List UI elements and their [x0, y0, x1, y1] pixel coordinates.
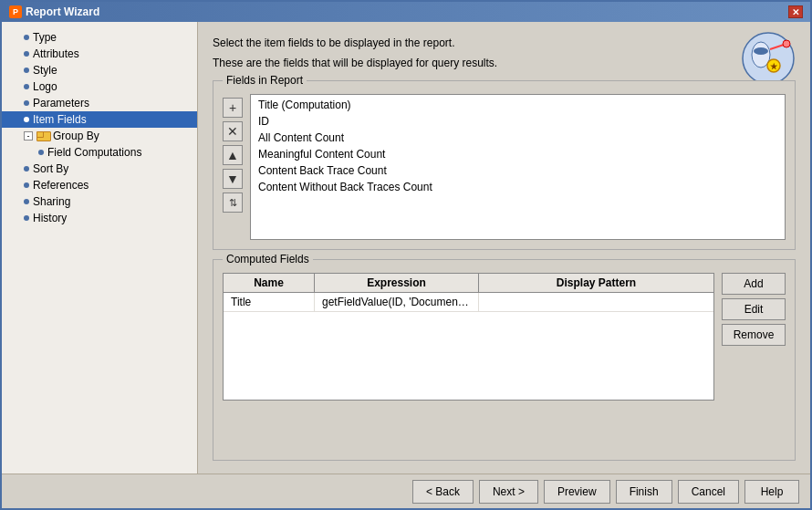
fields-list: Title (Computation) ID All Content Count… — [250, 94, 786, 240]
dot-icon — [24, 215, 29, 221]
fields-in-report-label: Fields in Report — [223, 74, 307, 87]
svg-point-4 — [783, 40, 790, 47]
bottom-bar: < Back Next > Preview Finish Cancel Help — [2, 474, 810, 508]
move-up-button[interactable]: ▲ — [223, 145, 243, 165]
dot-icon — [24, 84, 29, 89]
table-row[interactable]: Title getFieldValue(ID, 'Document ... — [224, 293, 713, 312]
field-item-id[interactable]: ID — [253, 113, 783, 130]
sidebar-label-logo: Logo — [33, 80, 57, 93]
sidebar-item-type[interactable]: Type — [2, 29, 197, 46]
fields-toolbar: + ✕ ▲ ▼ ⇅ — [223, 94, 243, 240]
sidebar-item-references[interactable]: References — [2, 177, 197, 193]
table-header: Name Expression Display Pattern — [224, 274, 713, 293]
sidebar-item-style[interactable]: Style — [2, 62, 197, 78]
dot-icon — [24, 166, 29, 172]
sidebar-label-references: References — [33, 179, 88, 192]
remove-computed-button[interactable]: Remove — [722, 324, 786, 346]
sidebar-item-group-by[interactable]: - Group By — [2, 128, 197, 144]
preview-button[interactable]: Preview — [544, 480, 610, 504]
sidebar-label-item-fields: Item Fields — [33, 113, 87, 126]
main-panel: ★ Select the item fields to be displayed… — [198, 22, 810, 474]
sidebar-label-sharing: Sharing — [33, 195, 70, 208]
move-down-button[interactable]: ▼ — [223, 169, 243, 189]
sidebar-label-type: Type — [33, 31, 57, 44]
computed-fields-section: Computed Fields Name Expression Display … — [213, 259, 796, 461]
sidebar-item-parameters[interactable]: Parameters — [2, 95, 197, 111]
row-display-pattern — [479, 293, 713, 311]
dot-icon — [24, 100, 29, 106]
folder-icon — [36, 131, 49, 141]
add-computed-button[interactable]: Add — [722, 273, 786, 295]
field-item-content-without-back-traces[interactable]: Content Without Back Traces Count — [253, 179, 783, 195]
sidebar-item-attributes[interactable]: Attributes — [2, 46, 197, 62]
remove-field-button[interactable]: ✕ — [223, 121, 243, 141]
sidebar-label-sort-by: Sort By — [33, 162, 68, 175]
report-wizard-window: P Report Wizard ✕ Type Attributes Style — [0, 0, 812, 510]
sort-button[interactable]: ⇅ — [223, 193, 243, 213]
description-area: Select the item fields to be displayed i… — [213, 35, 723, 71]
add-field-button[interactable]: + — [223, 98, 243, 118]
description-line1: Select the item fields to be displayed i… — [213, 35, 723, 51]
dot-icon — [38, 150, 44, 155]
header-expression: Expression — [315, 274, 479, 292]
ptc-icon: P — [9, 5, 22, 18]
computed-fields-label: Computed Fields — [223, 253, 313, 265]
dot-icon — [24, 117, 29, 122]
edit-computed-button[interactable]: Edit — [722, 298, 786, 320]
field-item-title-computation[interactable]: Title (Computation) — [253, 97, 783, 113]
cancel-button[interactable]: Cancel — [678, 480, 739, 504]
window-title: Report Wizard — [26, 5, 99, 18]
collapse-icon[interactable]: - — [24, 131, 33, 141]
titlebar-left: P Report Wizard — [9, 5, 99, 18]
sidebar-label-group-by: Group By — [53, 130, 99, 142]
dot-icon — [24, 51, 29, 57]
header-display-pattern: Display Pattern — [479, 274, 713, 292]
sidebar: Type Attributes Style Logo Parameters — [2, 22, 198, 474]
sidebar-label-field-computations: Field Computations — [47, 146, 141, 159]
svg-point-2 — [754, 47, 768, 55]
back-button[interactable]: < Back — [412, 480, 474, 504]
sidebar-label-style: Style — [33, 64, 57, 77]
row-expression: getFieldValue(ID, 'Document ... — [315, 293, 479, 311]
fields-section-content: + ✕ ▲ ▼ ⇅ Title (Computation) ID All Con… — [223, 94, 786, 240]
svg-text:★: ★ — [770, 62, 778, 71]
main-content: Type Attributes Style Logo Parameters — [2, 22, 810, 474]
dot-icon — [24, 199, 29, 204]
description-line2: These are the fields that will be displa… — [213, 55, 723, 71]
sidebar-item-item-fields[interactable]: Item Fields — [2, 111, 197, 128]
field-item-meaningful-content-count[interactable]: Meaningful Content Count — [253, 146, 783, 162]
fields-in-report-section: Fields in Report + ✕ ▲ ▼ ⇅ Title (Comput… — [213, 80, 796, 250]
field-item-content-back-trace-count[interactable]: Content Back Trace Count — [253, 162, 783, 179]
sidebar-item-history[interactable]: History — [2, 210, 197, 226]
sidebar-label-attributes: Attributes — [33, 47, 79, 60]
close-button[interactable]: ✕ — [788, 5, 803, 18]
sidebar-item-sharing[interactable]: Sharing — [2, 193, 197, 210]
computed-table-area: Name Expression Display Pattern Title ge… — [223, 273, 786, 401]
help-button[interactable]: Help — [744, 480, 799, 504]
dot-icon — [24, 35, 29, 40]
field-item-all-content-count[interactable]: All Content Count — [253, 130, 783, 146]
sidebar-label-history: History — [33, 212, 67, 224]
sidebar-item-logo[interactable]: Logo — [2, 78, 197, 95]
dot-icon — [24, 68, 29, 73]
row-name: Title — [224, 293, 315, 311]
computed-table: Name Expression Display Pattern Title ge… — [223, 273, 714, 401]
next-button[interactable]: Next > — [479, 480, 538, 504]
header-name: Name — [224, 274, 315, 292]
wizard-icon-area: ★ — [741, 31, 796, 86]
titlebar: P Report Wizard ✕ — [2, 2, 810, 22]
sidebar-label-parameters: Parameters — [33, 97, 89, 109]
sidebar-item-sort-by[interactable]: Sort By — [2, 161, 197, 177]
dot-icon — [24, 182, 29, 188]
computed-buttons: Add Edit Remove — [722, 273, 786, 401]
wizard-icon: ★ — [741, 31, 796, 86]
finish-button[interactable]: Finish — [616, 480, 672, 504]
sidebar-item-field-computations[interactable]: Field Computations — [2, 144, 197, 161]
